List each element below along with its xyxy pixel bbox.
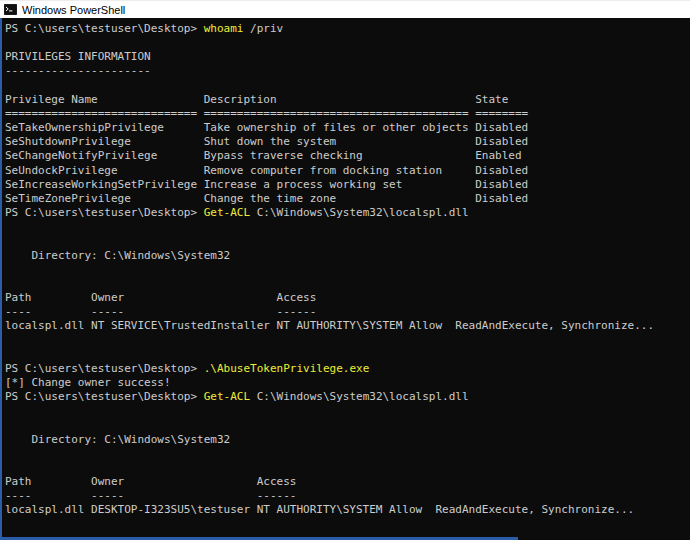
console-icon <box>4 4 17 15</box>
terminal-line: localspl.dll DESKTOP-I323SU5\testuser NT… <box>5 503 690 517</box>
terminal-line: PS C:\users\testuser\Desktop> whoami /pr… <box>5 22 690 36</box>
terminal-line: [*] Change owner success! <box>5 376 690 390</box>
title-bar[interactable]: Windows PowerShell <box>0 0 690 18</box>
terminal-line: Directory: C:\Windows\System32 <box>5 249 690 263</box>
terminal-line: ---------------------- <box>5 64 690 78</box>
terminal-line: PS C:\users\testuser\Desktop> Get-ACL C:… <box>5 390 690 404</box>
window-title: Windows PowerShell <box>22 1 125 19</box>
terminal-line: PRIVILEGES INFORMATION <box>5 50 690 64</box>
terminal-line <box>5 404 690 418</box>
terminal-line: Path Owner Access <box>5 291 690 305</box>
terminal-line <box>5 333 690 347</box>
powershell-window: Windows PowerShell REEBUF PS C:\users\te… <box>0 0 690 540</box>
terminal-line: SeShutdownPrivilege Shut down the system… <box>5 135 690 149</box>
terminal-line: ---- ----- ------ <box>5 305 690 319</box>
terminal-line: SeUndockPrivilege Remove computer from d… <box>5 164 690 178</box>
terminal-line <box>5 447 690 461</box>
terminal-line: Path Owner Access <box>5 475 690 489</box>
window-border-left <box>0 18 2 540</box>
terminal-line: ---- ----- ------ <box>5 489 690 503</box>
terminal-line: PS C:\users\testuser\Desktop> .\AbuseTok… <box>5 362 690 376</box>
terminal-line <box>5 220 690 234</box>
terminal-line: Directory: C:\Windows\System32 <box>5 433 690 447</box>
terminal-line: SeTimeZonePrivilege Change the time zone… <box>5 192 690 206</box>
terminal-line: localspl.dll NT SERVICE\TrustedInstaller… <box>5 319 690 333</box>
terminal-line: SeTakeOwnershipPrivilege Take ownership … <box>5 121 690 135</box>
terminal-line <box>5 348 690 362</box>
terminal-line <box>5 461 690 475</box>
terminal-line <box>5 234 690 248</box>
terminal-line <box>5 263 690 277</box>
terminal-line: PS C:\users\testuser\Desktop> Get-ACL C:… <box>5 206 690 220</box>
terminal-output[interactable]: PS C:\users\testuser\Desktop> whoami /pr… <box>0 18 690 540</box>
terminal-line: SeIncreaseWorkingSetPrivilege Increase a… <box>5 178 690 192</box>
terminal-line: ============================= ==========… <box>5 107 690 121</box>
terminal-line <box>5 36 690 50</box>
terminal-line: Privilege Name Description State <box>5 93 690 107</box>
terminal-line: SeChangeNotifyPrivilege Bypass traverse … <box>5 149 690 163</box>
terminal-line <box>5 418 690 432</box>
terminal-line <box>5 277 690 291</box>
terminal-line <box>5 79 690 93</box>
